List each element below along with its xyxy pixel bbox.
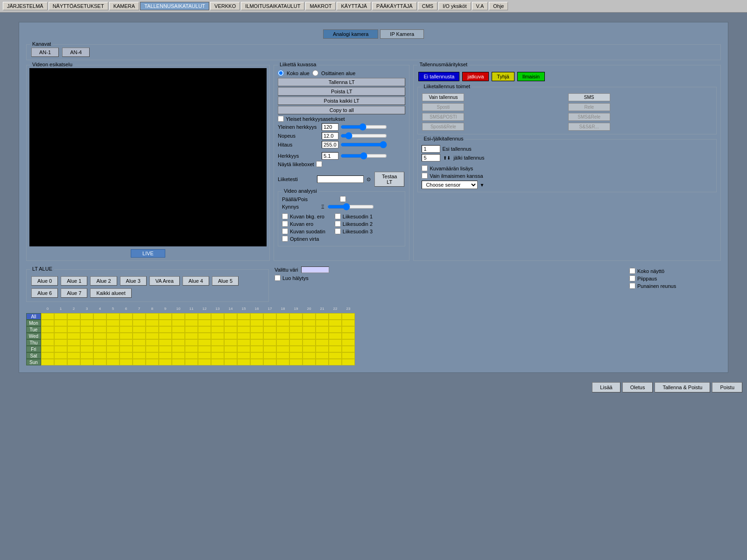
time-cell[interactable] <box>172 359 185 365</box>
time-cell[interactable] <box>263 313 276 320</box>
time-cell[interactable] <box>342 346 355 352</box>
time-cell[interactable] <box>159 339 172 346</box>
sposti-rele-btn[interactable]: Sposti&Rele <box>422 123 464 131</box>
time-cell[interactable] <box>263 320 276 326</box>
time-cell[interactable] <box>237 326 250 333</box>
time-cell[interactable] <box>289 346 303 352</box>
time-cell[interactable] <box>41 346 54 352</box>
time-cell[interactable] <box>198 352 211 359</box>
time-cell[interactable] <box>146 339 159 346</box>
time-cell[interactable] <box>316 333 329 339</box>
time-cell[interactable] <box>172 352 185 359</box>
sposti-btn[interactable]: Sposti <box>422 103 464 111</box>
time-cell[interactable] <box>211 339 224 346</box>
time-cell[interactable] <box>159 352 172 359</box>
time-cell[interactable] <box>276 352 289 359</box>
time-cell[interactable] <box>185 333 198 339</box>
time-cell[interactable] <box>120 346 133 352</box>
time-cell[interactable] <box>133 326 146 333</box>
time-cell[interactable] <box>211 320 224 326</box>
time-cell[interactable] <box>67 339 80 346</box>
liikesuodin1-check[interactable] <box>335 213 341 219</box>
time-cell[interactable] <box>185 359 198 365</box>
time-cell[interactable] <box>329 346 342 352</box>
time-cell[interactable] <box>54 346 67 352</box>
time-cell[interactable] <box>211 333 224 339</box>
poista-lt-btn[interactable]: Poista LT <box>278 87 405 96</box>
time-cell[interactable] <box>146 359 159 365</box>
time-cell[interactable] <box>276 326 289 333</box>
time-cell[interactable] <box>250 359 263 365</box>
nayta-liikeboxet-check[interactable] <box>316 161 322 167</box>
time-cell[interactable] <box>289 313 303 320</box>
copy-to-all-btn[interactable]: Copy to all <box>278 106 405 114</box>
time-cell[interactable] <box>67 352 80 359</box>
liiketesti-input[interactable] <box>317 175 364 183</box>
sms-sposti-btn[interactable]: SMS&POSTI <box>422 113 464 121</box>
menu-nayttoasetukset[interactable]: NÄYTTÖASETUKSET <box>49 2 108 10</box>
time-cell[interactable] <box>185 346 198 352</box>
kuvan-ero-check[interactable] <box>282 221 288 227</box>
menu-kayttaja[interactable]: KÄYTTÄJÄ <box>337 2 371 10</box>
time-cell[interactable] <box>133 320 146 326</box>
time-cell[interactable] <box>120 333 133 339</box>
time-cell[interactable] <box>185 326 198 333</box>
menu-cms[interactable]: CMS <box>418 2 437 10</box>
time-cell[interactable] <box>342 339 355 346</box>
time-cell[interactable] <box>276 333 289 339</box>
alue5-btn[interactable]: Alue 5 <box>212 276 239 286</box>
time-cell[interactable] <box>224 352 237 359</box>
time-cell[interactable] <box>276 346 289 352</box>
time-cell[interactable] <box>250 339 263 346</box>
testaa-lt-btn[interactable]: Testaa LT <box>374 172 404 187</box>
channel-an4[interactable]: AN-4 <box>62 48 90 57</box>
time-cell[interactable] <box>120 320 133 326</box>
time-cell[interactable] <box>224 320 237 326</box>
time-cell[interactable] <box>106 326 120 333</box>
time-cell[interactable] <box>224 346 237 352</box>
time-cell[interactable] <box>329 313 342 320</box>
time-cell[interactable] <box>80 346 93 352</box>
time-cell[interactable] <box>120 326 133 333</box>
time-cell[interactable] <box>80 339 93 346</box>
time-cell[interactable] <box>211 359 224 365</box>
time-cell[interactable] <box>303 313 316 320</box>
time-cell[interactable] <box>198 326 211 333</box>
time-cell[interactable] <box>224 333 237 339</box>
time-cell[interactable] <box>263 359 276 365</box>
time-cell[interactable] <box>93 333 106 339</box>
menu-makrot[interactable]: MAKROT <box>305 2 336 10</box>
time-cell[interactable] <box>146 320 159 326</box>
time-cell[interactable] <box>41 320 54 326</box>
time-cell[interactable] <box>80 313 93 320</box>
optinen-virta-check[interactable] <box>282 236 288 242</box>
time-cell[interactable] <box>80 333 93 339</box>
time-cell[interactable] <box>276 339 289 346</box>
time-cell[interactable] <box>41 359 54 365</box>
time-cell[interactable] <box>342 313 355 320</box>
tab-analogi[interactable]: Analogi kamera <box>323 29 378 39</box>
time-cell[interactable] <box>237 320 250 326</box>
time-cell[interactable] <box>289 326 303 333</box>
time-cell[interactable] <box>237 352 250 359</box>
time-cell[interactable] <box>41 313 54 320</box>
va-area-btn[interactable]: VA Area <box>149 276 180 286</box>
time-cell[interactable] <box>250 313 263 320</box>
time-cell[interactable] <box>133 333 146 339</box>
choose-sensor-dropdown[interactable]: Choose sensor <box>422 181 478 189</box>
time-cell[interactable] <box>198 346 211 352</box>
time-cell[interactable] <box>159 346 172 352</box>
bkg-ero-check[interactable] <box>282 213 288 219</box>
jalki-val-input[interactable] <box>422 154 440 161</box>
time-cell[interactable] <box>342 359 355 365</box>
time-cell[interactable] <box>106 352 120 359</box>
time-cell[interactable] <box>224 313 237 320</box>
time-cell[interactable] <box>159 313 172 320</box>
time-cell[interactable] <box>146 333 159 339</box>
alue4-btn[interactable]: Alue 4 <box>183 276 209 286</box>
time-cell[interactable] <box>329 339 342 346</box>
tallenna-poistu-btn[interactable]: Tallenna & Poistu <box>655 382 710 392</box>
poistu-btn[interactable]: Poistu <box>712 382 742 392</box>
punainen-reunus-check[interactable] <box>629 283 635 289</box>
luo-halytys-check[interactable] <box>275 275 281 281</box>
